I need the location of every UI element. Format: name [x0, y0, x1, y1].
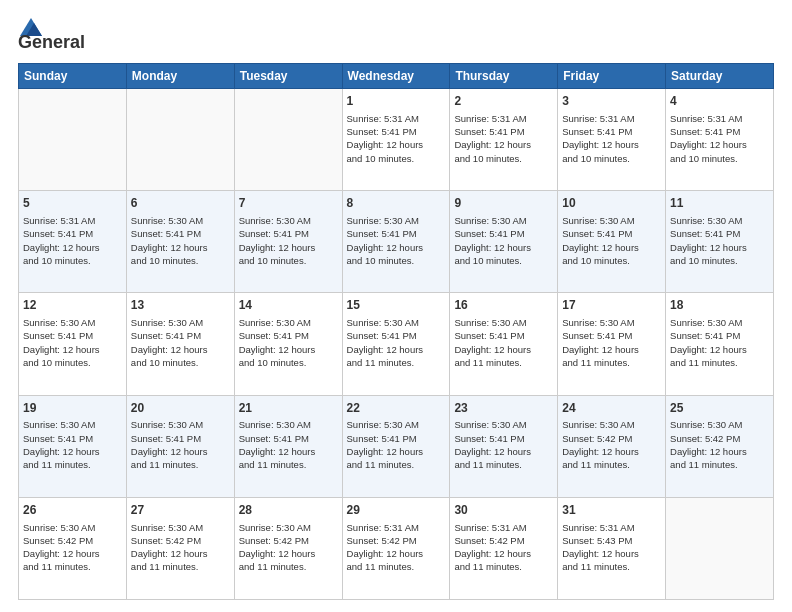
day-info: Daylight: 12 hours — [131, 241, 230, 254]
day-info: and 10 minutes. — [562, 254, 661, 267]
day-number: 10 — [562, 195, 661, 212]
day-number: 14 — [239, 297, 338, 314]
day-info: Sunset: 5:42 PM — [454, 534, 553, 547]
day-info: Sunrise: 5:30 AM — [23, 316, 122, 329]
calendar-day-cell — [126, 89, 234, 191]
logo: General — [18, 18, 85, 53]
day-info: Sunset: 5:41 PM — [454, 329, 553, 342]
day-info: Sunset: 5:41 PM — [562, 227, 661, 240]
calendar-day-cell: 9Sunrise: 5:30 AMSunset: 5:41 PMDaylight… — [450, 191, 558, 293]
day-info: Sunrise: 5:31 AM — [347, 112, 446, 125]
day-number: 1 — [347, 93, 446, 110]
calendar-day-cell: 4Sunrise: 5:31 AMSunset: 5:41 PMDaylight… — [666, 89, 774, 191]
day-info: Sunrise: 5:31 AM — [670, 112, 769, 125]
calendar-day-cell: 1Sunrise: 5:31 AMSunset: 5:41 PMDaylight… — [342, 89, 450, 191]
day-info: Daylight: 12 hours — [562, 547, 661, 560]
calendar-table: SundayMondayTuesdayWednesdayThursdayFrid… — [18, 63, 774, 600]
day-info: Daylight: 12 hours — [347, 445, 446, 458]
day-info: Sunrise: 5:31 AM — [562, 521, 661, 534]
day-info: and 11 minutes. — [239, 458, 338, 471]
day-info: and 10 minutes. — [23, 254, 122, 267]
day-number: 30 — [454, 502, 553, 519]
day-info: Sunset: 5:41 PM — [562, 125, 661, 138]
day-info: Sunrise: 5:31 AM — [23, 214, 122, 227]
day-info: and 11 minutes. — [670, 356, 769, 369]
day-info: Sunrise: 5:31 AM — [347, 521, 446, 534]
calendar-day-cell: 7Sunrise: 5:30 AMSunset: 5:41 PMDaylight… — [234, 191, 342, 293]
calendar-day-cell: 8Sunrise: 5:30 AMSunset: 5:41 PMDaylight… — [342, 191, 450, 293]
day-number: 2 — [454, 93, 553, 110]
day-info: and 10 minutes. — [347, 152, 446, 165]
calendar-day-header: Sunday — [19, 64, 127, 89]
day-info: Sunset: 5:41 PM — [131, 227, 230, 240]
day-info: and 11 minutes. — [562, 560, 661, 573]
day-number: 24 — [562, 400, 661, 417]
day-info: and 11 minutes. — [670, 458, 769, 471]
calendar-day-cell: 18Sunrise: 5:30 AMSunset: 5:41 PMDayligh… — [666, 293, 774, 395]
day-number: 18 — [670, 297, 769, 314]
day-info: Daylight: 12 hours — [562, 138, 661, 151]
calendar-header-row: SundayMondayTuesdayWednesdayThursdayFrid… — [19, 64, 774, 89]
day-info: Daylight: 12 hours — [239, 547, 338, 560]
calendar-day-cell: 19Sunrise: 5:30 AMSunset: 5:41 PMDayligh… — [19, 395, 127, 497]
day-info: and 11 minutes. — [562, 458, 661, 471]
day-info: Sunset: 5:42 PM — [239, 534, 338, 547]
day-info: Daylight: 12 hours — [131, 343, 230, 356]
day-info: Sunrise: 5:30 AM — [562, 316, 661, 329]
day-info: Daylight: 12 hours — [454, 138, 553, 151]
day-info: Daylight: 12 hours — [454, 547, 553, 560]
day-info: and 11 minutes. — [347, 458, 446, 471]
day-info: Daylight: 12 hours — [562, 241, 661, 254]
day-info: Sunrise: 5:30 AM — [347, 316, 446, 329]
day-info: and 10 minutes. — [562, 152, 661, 165]
day-info: and 10 minutes. — [670, 254, 769, 267]
day-info: and 11 minutes. — [347, 560, 446, 573]
day-info: Daylight: 12 hours — [347, 138, 446, 151]
day-info: and 11 minutes. — [562, 356, 661, 369]
day-info: Daylight: 12 hours — [670, 445, 769, 458]
calendar-day-cell: 22Sunrise: 5:30 AMSunset: 5:41 PMDayligh… — [342, 395, 450, 497]
day-info: Sunrise: 5:30 AM — [670, 214, 769, 227]
day-info: Sunset: 5:41 PM — [670, 329, 769, 342]
calendar-day-cell: 24Sunrise: 5:30 AMSunset: 5:42 PMDayligh… — [558, 395, 666, 497]
day-info: Sunset: 5:41 PM — [454, 125, 553, 138]
calendar-week-row: 1Sunrise: 5:31 AMSunset: 5:41 PMDaylight… — [19, 89, 774, 191]
calendar-day-cell: 17Sunrise: 5:30 AMSunset: 5:41 PMDayligh… — [558, 293, 666, 395]
day-number: 17 — [562, 297, 661, 314]
calendar-day-cell: 25Sunrise: 5:30 AMSunset: 5:42 PMDayligh… — [666, 395, 774, 497]
calendar-day-cell: 21Sunrise: 5:30 AMSunset: 5:41 PMDayligh… — [234, 395, 342, 497]
day-number: 27 — [131, 502, 230, 519]
day-info: and 11 minutes. — [454, 356, 553, 369]
day-info: Sunrise: 5:30 AM — [454, 316, 553, 329]
day-info: Sunset: 5:42 PM — [131, 534, 230, 547]
day-info: Sunset: 5:41 PM — [670, 227, 769, 240]
day-info: Sunrise: 5:30 AM — [239, 521, 338, 534]
day-info: Daylight: 12 hours — [239, 241, 338, 254]
calendar-day-cell: 26Sunrise: 5:30 AMSunset: 5:42 PMDayligh… — [19, 497, 127, 599]
day-info: Daylight: 12 hours — [670, 138, 769, 151]
calendar-day-cell — [19, 89, 127, 191]
day-info: Sunrise: 5:30 AM — [670, 316, 769, 329]
day-info: Sunset: 5:41 PM — [239, 329, 338, 342]
day-info: Sunset: 5:43 PM — [562, 534, 661, 547]
day-number: 23 — [454, 400, 553, 417]
day-info: Sunset: 5:41 PM — [347, 432, 446, 445]
day-info: Daylight: 12 hours — [347, 241, 446, 254]
day-number: 11 — [670, 195, 769, 212]
day-info: and 11 minutes. — [454, 560, 553, 573]
day-number: 20 — [131, 400, 230, 417]
day-number: 12 — [23, 297, 122, 314]
calendar-day-cell: 27Sunrise: 5:30 AMSunset: 5:42 PMDayligh… — [126, 497, 234, 599]
calendar-day-cell: 5Sunrise: 5:31 AMSunset: 5:41 PMDaylight… — [19, 191, 127, 293]
day-info: and 11 minutes. — [23, 458, 122, 471]
day-info: Daylight: 12 hours — [347, 343, 446, 356]
day-info: and 10 minutes. — [239, 356, 338, 369]
day-info: Sunset: 5:42 PM — [562, 432, 661, 445]
calendar-day-cell — [234, 89, 342, 191]
calendar-day-header: Tuesday — [234, 64, 342, 89]
day-info: and 10 minutes. — [131, 254, 230, 267]
day-number: 19 — [23, 400, 122, 417]
day-info: Sunset: 5:41 PM — [347, 125, 446, 138]
day-info: Sunset: 5:41 PM — [347, 329, 446, 342]
day-info: and 10 minutes. — [670, 152, 769, 165]
